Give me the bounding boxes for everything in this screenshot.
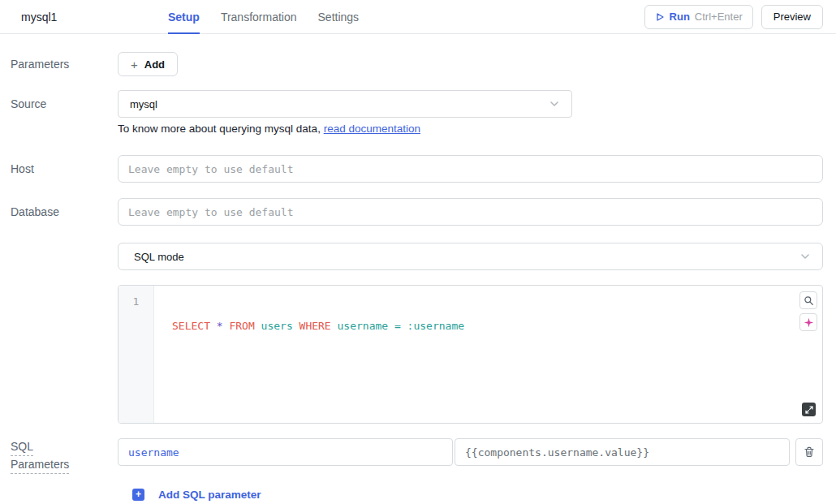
source-selected-value: mysql (130, 98, 157, 110)
database-row: Database (0, 198, 836, 226)
editor-gutter: 1 (119, 286, 154, 423)
sql-parameters-label-line1: SQL (11, 438, 33, 456)
query-editor-row: 1 SELECT * FROM users WHERE username = :… (0, 285, 836, 424)
add-parameter-button[interactable]: + Add (118, 52, 178, 76)
chevron-down-icon (799, 251, 811, 262)
run-label: Run (670, 11, 690, 23)
delete-parameter-button[interactable] (795, 438, 823, 466)
plus-square-icon: + (132, 489, 144, 501)
code-area[interactable]: SELECT * FROM users WHERE username = :us… (154, 286, 822, 423)
database-label: Database (0, 205, 118, 218)
line-number: 1 (119, 295, 153, 308)
database-input[interactable] (118, 198, 823, 226)
read-documentation-link[interactable]: read documentation (324, 123, 420, 135)
tab-bar: Setup Transformation Settings (168, 0, 359, 34)
sql-parameter-row-item (118, 438, 823, 466)
source-label: Source (0, 97, 118, 110)
add-sql-parameter-button[interactable]: + Add SQL parameter (118, 489, 261, 501)
sql-mode-value: SQL mode (134, 251, 184, 263)
add-parameter-label: Add (144, 58, 165, 71)
editor-toolbar (799, 291, 817, 331)
sql-parameters-row: SQL Parameters (0, 438, 836, 474)
host-row: Host (0, 155, 836, 183)
parameters-row: Parameters + Add (0, 52, 836, 76)
header-actions: Run Ctrl+Enter Preview (644, 5, 823, 29)
editor-search-button[interactable] (799, 291, 817, 309)
plus-icon: + (131, 58, 138, 71)
source-row: Source mysql (0, 90, 836, 118)
parameters-label: Parameters (0, 58, 118, 71)
query-header: mysql1 Setup Transformation Settings Run… (0, 0, 836, 34)
chevron-down-icon (549, 98, 560, 110)
source-help-row: To know more about querying mysql data, … (0, 123, 836, 135)
sql-mode-select[interactable]: SQL mode (118, 243, 823, 270)
add-sql-parameter-row: + Add SQL parameter (0, 486, 836, 501)
sparkle-icon (804, 317, 814, 328)
tab-transformation[interactable]: Transformation (221, 0, 297, 34)
expand-icon (805, 406, 813, 414)
query-title: mysql1 (21, 11, 168, 24)
sql-mode-row: SQL mode (0, 243, 836, 270)
sql-parameter-value-input[interactable] (455, 438, 790, 466)
editor-expand-button[interactable] (802, 403, 816, 416)
source-help-text: To know more about querying mysql data, … (118, 123, 823, 135)
host-input[interactable] (118, 155, 823, 183)
sql-code-editor: 1 SELECT * FROM users WHERE username = :… (118, 285, 823, 424)
source-help-prefix: To know more about querying mysql data, (118, 123, 324, 135)
play-icon (655, 12, 665, 22)
tab-settings[interactable]: Settings (318, 0, 360, 34)
tab-setup[interactable]: Setup (168, 0, 200, 34)
sql-parameters-label: SQL Parameters (0, 438, 118, 474)
source-select[interactable]: mysql (118, 90, 572, 118)
host-label: Host (0, 162, 118, 175)
sql-parameter-key-input[interactable] (118, 438, 453, 466)
preview-button[interactable]: Preview (761, 5, 823, 29)
code-line: SELECT * FROM users WHERE username = :us… (172, 320, 822, 332)
trash-icon (804, 446, 815, 458)
run-shortcut: Ctrl+Enter (695, 11, 743, 23)
search-icon (804, 295, 814, 306)
run-button[interactable]: Run Ctrl+Enter (644, 5, 753, 29)
ai-assist-button[interactable] (799, 313, 817, 331)
add-sql-parameter-label: Add SQL parameter (158, 489, 261, 501)
sql-parameters-label-line2: Parameters (11, 456, 69, 474)
